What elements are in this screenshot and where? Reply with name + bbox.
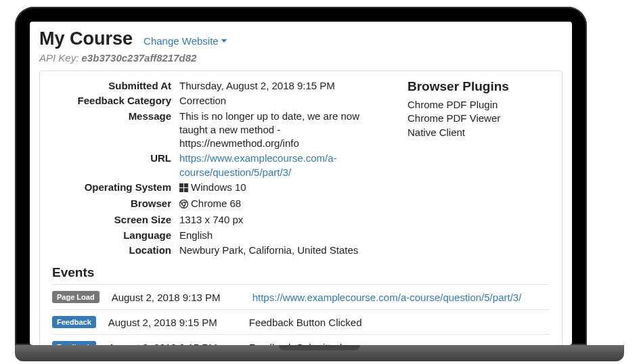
svg-rect-2 <box>179 188 183 192</box>
os-text: Windows 10 <box>191 181 246 193</box>
label-location: Location <box>52 244 179 257</box>
api-key-value: e3b3730c237aff8217d82 <box>82 52 197 64</box>
detail-location: Location Newbury Park, California, Unite… <box>52 244 387 257</box>
detail-screen-size: Screen Size 1313 x 740 px <box>52 213 387 227</box>
label-language: Language <box>52 229 179 242</box>
url-link[interactable]: https://www.examplecourse.com/a-course/q… <box>179 152 337 177</box>
api-key-label: API Key: <box>39 52 79 64</box>
header: My Course Change Website <box>39 24 563 51</box>
event-time: August 2, 2018 9:13 PM <box>112 292 240 303</box>
label-feedback-category: Feedback Category <box>52 94 179 108</box>
detail-language: Language English <box>52 229 387 242</box>
change-website-link[interactable]: Change Website <box>144 35 227 47</box>
value-url: https://www.examplecourse.com/a-course/q… <box>179 152 355 179</box>
label-os: Operating System <box>52 181 179 196</box>
value-browser: Chrome 68 <box>179 197 387 212</box>
plugin-item: Native Client <box>407 126 550 139</box>
svg-rect-3 <box>184 188 188 192</box>
plugin-item: Chrome PDF Plugin <box>407 98 550 112</box>
detail-message: Message This is no longer up to date, we… <box>52 110 387 151</box>
screen: My Course Change Website API Key: e3b373… <box>30 22 572 345</box>
detail-panel: Submitted At Thursday, August 2, 2018 9:… <box>39 70 563 345</box>
events-heading: Events <box>52 265 550 280</box>
browser-text: Chrome 68 <box>191 198 241 209</box>
label-url: URL <box>52 152 179 179</box>
value-screen-size: 1313 x 740 px <box>179 213 387 227</box>
event-desc: https://www.examplecourse.com/a-course/q… <box>252 292 550 303</box>
value-location: Newbury Park, California, United States <box>179 244 387 257</box>
label-submitted-at: Submitted At <box>52 79 179 93</box>
detail-browser: Browser Chrome 68 <box>52 197 387 212</box>
plugins-heading: Browser Plugins <box>407 79 550 94</box>
event-row: Feedback August 2, 2018 9:15 PM Feedback… <box>52 334 550 345</box>
chrome-icon <box>179 198 188 212</box>
laptop-frame: My Course Change Website API Key: e3b373… <box>15 7 587 345</box>
detail-url: URL https://www.examplecourse.com/a-cour… <box>52 152 387 179</box>
svg-rect-1 <box>184 183 188 187</box>
label-message: Message <box>52 110 179 151</box>
event-row: Feedback August 2, 2018 9:15 PM Feedback… <box>52 309 550 334</box>
details-list: Submitted At Thursday, August 2, 2018 9:… <box>52 79 387 258</box>
plugins-panel: Browser Plugins Chrome PDF Plugin Chrome… <box>407 79 550 258</box>
windows-icon <box>179 182 188 196</box>
api-key-line: API Key: e3b3730c237aff8217d82 <box>39 52 563 64</box>
value-language: English <box>179 229 387 242</box>
event-time: August 2, 2018 9:15 PM <box>108 317 237 328</box>
detail-submitted-at: Submitted At Thursday, August 2, 2018 9:… <box>52 79 387 93</box>
svg-rect-0 <box>179 183 183 187</box>
detail-os: Operating System Windows 10 <box>52 181 387 196</box>
label-screen-size: Screen Size <box>52 213 179 227</box>
event-link[interactable]: https://www.examplecourse.com/a-course/q… <box>252 292 522 303</box>
laptop-base <box>15 345 624 361</box>
event-desc: Feedback Button Clicked <box>249 317 550 328</box>
caret-down-icon <box>221 39 227 43</box>
value-submitted-at: Thursday, August 2, 2018 9:15 PM <box>179 79 387 93</box>
page-title: My Course <box>39 28 133 49</box>
value-feedback-category: Correction <box>179 94 387 108</box>
event-badge-page-load: Page Load <box>52 291 100 303</box>
value-os: Windows 10 <box>179 181 387 196</box>
event-row: Page Load August 2, 2018 9:13 PM https:/… <box>52 284 550 309</box>
value-message: This is no longer up to date, we are now… <box>179 110 376 151</box>
label-browser: Browser <box>52 197 179 212</box>
event-badge-feedback: Feedback <box>52 316 96 328</box>
change-website-label: Change Website <box>144 35 219 47</box>
detail-feedback-category: Feedback Category Correction <box>52 94 387 108</box>
plugin-item: Chrome PDF Viewer <box>407 112 550 125</box>
